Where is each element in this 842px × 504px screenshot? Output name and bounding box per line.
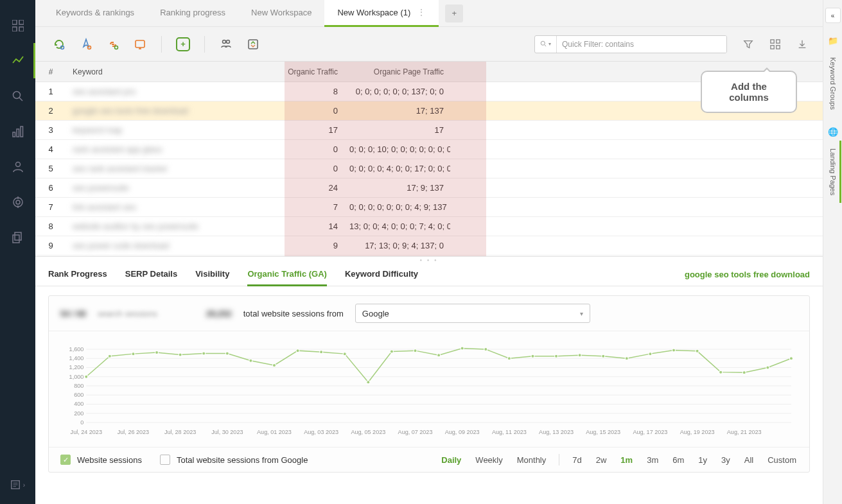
- svg-rect-14: [15, 232, 21, 240]
- svg-point-67: [132, 352, 135, 356]
- tab-new-workspace[interactable]: New Workspace: [238, 0, 324, 27]
- range-weekly[interactable]: Weekly: [474, 455, 504, 465]
- range-1y[interactable]: 1y: [697, 455, 708, 465]
- col-header-organic-page-traffic[interactable]: Organic Page Traffic: [349, 67, 450, 76]
- svg-text:Aug, 19 2023: Aug, 19 2023: [680, 429, 715, 435]
- svg-text:Jul, 24 2023: Jul, 24 2023: [71, 429, 102, 435]
- nav-ranks[interactable]: [0, 114, 35, 149]
- table-row[interactable]: 7link assistant seo70; 0; 0; 0; 0; 0; 0;…: [35, 198, 823, 217]
- nav-search[interactable]: [0, 78, 35, 114]
- dtab-organic-traffic-ga[interactable]: Organic Traffic (GA): [247, 263, 327, 286]
- svg-point-73: [272, 363, 276, 367]
- table-row[interactable]: 5seo rank assistant tracker00; 0; 0; 0; …: [35, 159, 823, 178]
- col-header-keyword[interactable]: Keyword: [66, 67, 249, 76]
- team-icon[interactable]: [214, 33, 238, 55]
- nav-copy[interactable]: [0, 220, 35, 255]
- chk-total-sessions[interactable]: [160, 455, 170, 465]
- refresh-icon[interactable]: [47, 33, 71, 55]
- svg-text:Aug, 11 2023: Aug, 11 2023: [492, 429, 527, 435]
- range-3m[interactable]: 3m: [645, 455, 660, 465]
- selected-keyword-link[interactable]: google seo tools free download: [685, 270, 810, 279]
- table-row[interactable]: 9seo power suite download917; 13; 0; 9; …: [35, 236, 823, 256]
- svg-point-87: [602, 354, 605, 358]
- range-monthly[interactable]: Monthly: [516, 455, 548, 465]
- svg-rect-31: [776, 45, 780, 48]
- svg-point-4: [13, 91, 20, 98]
- range-7d[interactable]: 7d: [571, 455, 583, 465]
- svg-text:Aug, 03 2023: Aug, 03 2023: [304, 429, 338, 435]
- legend-website-sessions: Website sessions: [77, 455, 142, 465]
- search-scope-icon[interactable]: ▾: [535, 36, 557, 53]
- left-sidebar: ›: [0, 0, 35, 504]
- rail-tab-keyword-groups[interactable]: Keyword Groups: [827, 49, 839, 117]
- total-sessions-value: 29,252: [206, 309, 232, 318]
- col-header-organic-traffic[interactable]: Organic Traffic: [249, 67, 349, 76]
- svg-point-81: [460, 347, 464, 350]
- table-row[interactable]: 3keyword map1717: [35, 121, 823, 140]
- quick-filter: ▾: [534, 35, 727, 53]
- sort-icon[interactable]: [241, 33, 265, 55]
- filter-icon[interactable]: [739, 35, 757, 53]
- nav-notes[interactable]: ›: [0, 472, 35, 498]
- quick-filter-input[interactable]: [557, 36, 726, 53]
- tab-new-workspace-1[interactable]: New Workspace (1) ⋮: [324, 0, 439, 27]
- dtab-serp-details[interactable]: SERP Details: [125, 263, 177, 286]
- tab-menu-icon[interactable]: ⋮: [417, 7, 426, 17]
- range-all[interactable]: All: [743, 455, 755, 465]
- dtab-rank-progress[interactable]: Rank Progress: [48, 263, 107, 286]
- tab-keywords-rankings[interactable]: Keywords & rankings: [43, 0, 147, 27]
- add-button[interactable]: +: [171, 33, 195, 55]
- range-3y[interactable]: 3y: [720, 455, 732, 465]
- svg-rect-0: [12, 20, 17, 24]
- nav-target[interactable]: [0, 184, 35, 220]
- dtab-keyword-difficulty[interactable]: Keyword Difficulty: [345, 263, 418, 286]
- row-keyword: link assistant seo: [66, 202, 249, 212]
- row-organic-traffic: 0: [249, 144, 349, 154]
- svg-point-70: [202, 352, 206, 355]
- col-header-num[interactable]: #: [35, 67, 66, 76]
- svg-point-79: [414, 349, 417, 352]
- range-2w[interactable]: 2w: [595, 455, 608, 465]
- total-sessions-label: total website sessions from: [243, 309, 344, 318]
- download-icon[interactable]: [793, 35, 811, 53]
- svg-text:Aug, 07 2023: Aug, 07 2023: [398, 429, 433, 435]
- tab-ranking-progress[interactable]: Ranking progress: [147, 0, 238, 27]
- row-organic-traffic: 7: [249, 202, 349, 212]
- row-organic-page-traffic: 0; 0; 0; 0; 4; 0; 0; 17; 0; 0; 0: [349, 164, 450, 173]
- columns-icon[interactable]: [766, 35, 784, 53]
- row-organic-page-traffic: 0; 0; 0; 10; 0; 0; 0; 0; 0; 0; 0: [349, 144, 450, 154]
- svg-point-75: [320, 351, 323, 354]
- row-keyword: seo rank assistant tracker: [66, 164, 249, 173]
- rail-tab-landing-pages[interactable]: Landing Pages: [827, 141, 839, 203]
- svg-point-88: [625, 357, 628, 360]
- svg-rect-29: [776, 39, 780, 42]
- range-6m[interactable]: 6m: [671, 455, 685, 465]
- svg-text:600: 600: [74, 392, 83, 398]
- dtab-visibility[interactable]: Visibility: [195, 263, 229, 286]
- nav-analytics[interactable]: [0, 43, 35, 78]
- capture-icon[interactable]: [128, 33, 152, 55]
- rail-collapse-button[interactable]: «: [825, 8, 841, 23]
- panel-resize-handle[interactable]: ● ● ●: [35, 257, 823, 263]
- row-organic-traffic: 17: [249, 125, 349, 135]
- svg-text:Aug, 13 2023: Aug, 13 2023: [539, 429, 574, 435]
- chk-website-sessions[interactable]: ✓: [60, 455, 71, 465]
- nav-dashboard[interactable]: [0, 8, 35, 43]
- range-1m[interactable]: 1m: [619, 455, 634, 465]
- svg-text:800: 800: [74, 383, 83, 389]
- row-organic-page-traffic: 17; 137: [349, 106, 450, 116]
- range-daily[interactable]: Daily: [440, 455, 462, 465]
- svg-rect-3: [19, 27, 24, 31]
- table-row[interactable]: 4rank assistant app glass00; 0; 0; 10; 0…: [35, 140, 823, 159]
- traffic-source-select[interactable]: Google ▾: [355, 304, 590, 323]
- compass-icon[interactable]: [74, 33, 98, 55]
- table-row[interactable]: 10seo assistant website auditor013; 0; 7…: [35, 256, 823, 257]
- nav-person[interactable]: [0, 149, 35, 184]
- table-row[interactable]: 6seo powersuite2417; 9; 137: [35, 178, 823, 198]
- add-tab-button[interactable]: +: [445, 4, 463, 22]
- table-row[interactable]: 8website auditor by seo powersuite1413; …: [35, 217, 823, 236]
- range-custom[interactable]: Custom: [766, 455, 798, 465]
- link-icon[interactable]: [101, 33, 125, 55]
- svg-point-78: [390, 350, 393, 353]
- svg-point-69: [179, 353, 182, 356]
